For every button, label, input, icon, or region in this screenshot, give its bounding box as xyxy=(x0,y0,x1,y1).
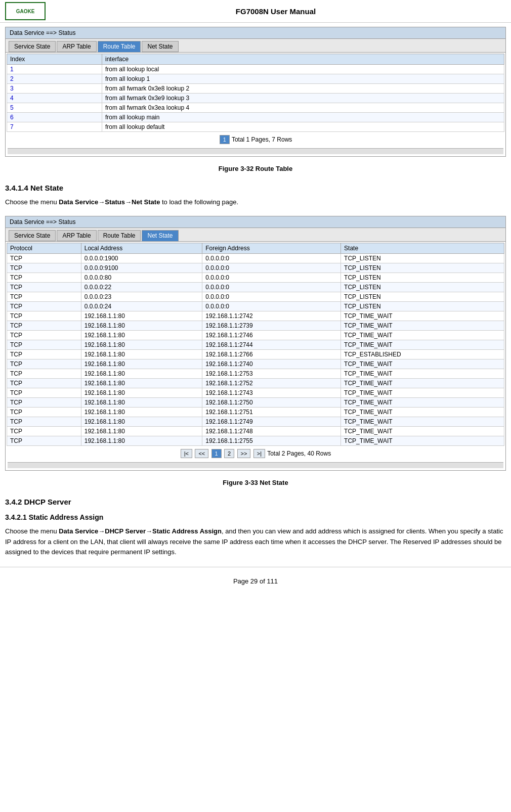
page-num-2[interactable]: 2 xyxy=(224,449,234,458)
section2-subheading: 3.4.2.1 Static Address Assign xyxy=(0,509,511,524)
row-foreign: 192.168.1.1:2751 xyxy=(202,407,341,417)
table-row: TCP0.0.0.0:230.0.0.0:0TCP_LISTEN xyxy=(7,292,504,301)
col-protocol: Protocol xyxy=(7,243,81,253)
panel2-content: Protocol Local Address Foreign Address S… xyxy=(6,242,505,470)
table-row: TCP192.168.1.1:80192.168.1.1:2744TCP_TIM… xyxy=(7,340,504,349)
page-next[interactable]: >> xyxy=(237,449,251,458)
row-local: 192.168.1.1:80 xyxy=(81,369,202,378)
row-protocol: TCP xyxy=(7,388,81,397)
row-foreign: 192.168.1.1:2750 xyxy=(202,397,341,407)
table-row: TCP192.168.1.1:80192.168.1.1:2748TCP_TIM… xyxy=(7,426,504,436)
table-row: TCP192.168.1.1:80192.168.1.1:2743TCP_TIM… xyxy=(7,388,504,397)
row-foreign: 192.168.1.1:2752 xyxy=(202,378,341,388)
tab-arp-table-2[interactable]: ARP Table xyxy=(57,230,96,241)
row-protocol: TCP xyxy=(7,426,81,436)
row-protocol: TCP xyxy=(7,407,81,417)
page-num-current[interactable]: 1 xyxy=(211,449,222,458)
row-local: 192.168.1.1:80 xyxy=(81,407,202,417)
page-first[interactable]: |< xyxy=(181,449,192,458)
row-local: 192.168.1.1:80 xyxy=(81,321,202,330)
tab-net-state-2[interactable]: Net State xyxy=(142,230,178,241)
page-prev[interactable]: << xyxy=(195,449,208,458)
table-row: TCP192.168.1.1:80192.168.1.1:2750TCP_TIM… xyxy=(7,397,504,407)
row-state: TCP_TIME_WAIT xyxy=(341,321,504,330)
panel-route-table: Data Service ==> Status Service State AR… xyxy=(5,27,506,157)
row-protocol: TCP xyxy=(7,330,81,340)
row-index-link[interactable]: 2 xyxy=(10,75,14,82)
table-row: TCP192.168.1.1:80192.168.1.1:2751TCP_TIM… xyxy=(7,407,504,417)
table-row: 1from all lookup local xyxy=(7,65,504,74)
tab-route-table-2[interactable]: Route Table xyxy=(98,230,141,241)
row-index: 1 xyxy=(7,65,102,74)
row-state: TCP_TIME_WAIT xyxy=(341,436,504,445)
row-protocol: TCP xyxy=(7,397,81,407)
row-foreign: 0.0.0.0:0 xyxy=(202,282,341,292)
col-interface: interface xyxy=(102,54,504,65)
row-state: TCP_TIME_WAIT xyxy=(341,330,504,340)
row-local: 0.0.0.0:22 xyxy=(81,282,202,292)
row-local: 192.168.1.1:80 xyxy=(81,426,202,436)
row-index-link[interactable]: 5 xyxy=(10,104,14,111)
row-local: 192.168.1.1:80 xyxy=(81,340,202,349)
panel1-pagination: 1 Total 1 Pages, 7 Rows xyxy=(7,132,504,147)
table-row: TCP192.168.1.1:80192.168.1.1:2749TCP_TIM… xyxy=(7,417,504,426)
table-row: 3from all fwmark 0x3e8 lookup 2 xyxy=(7,84,504,94)
row-index-link[interactable]: 4 xyxy=(10,95,14,102)
table-row: 7from all lookup default xyxy=(7,122,504,132)
row-protocol: TCP xyxy=(7,369,81,378)
row-local: 192.168.1.1:80 xyxy=(81,349,202,359)
row-protocol: TCP xyxy=(7,321,81,330)
row-state: TCP_LISTEN xyxy=(341,273,504,282)
row-local: 0.0.0.0:24 xyxy=(81,301,202,311)
row-index-link[interactable]: 1 xyxy=(10,66,14,73)
table-row: 5from all fwmark 0x3ea lookup 4 xyxy=(7,103,504,113)
row-protocol: TCP xyxy=(7,292,81,301)
row-index: 4 xyxy=(7,94,102,103)
table-row: TCP0.0.0.0:91000.0.0.0:0TCP_LISTEN xyxy=(7,263,504,273)
tab-arp-table-1[interactable]: ARP Table xyxy=(57,41,96,52)
row-protocol: TCP xyxy=(7,417,81,426)
row-interface: from all lookup local xyxy=(102,65,504,74)
row-foreign: 192.168.1.1:2740 xyxy=(202,359,341,369)
scrollbar-1[interactable] xyxy=(8,148,503,154)
table-row: 6from all lookup main xyxy=(7,113,504,122)
figure2-caption: Figure 3-33 Net State xyxy=(0,475,511,492)
tab-route-table-1[interactable]: Route Table xyxy=(98,41,141,52)
row-interface: from all lookup main xyxy=(102,113,504,122)
row-state: TCP_LISTEN xyxy=(341,292,504,301)
scrollbar-2[interactable] xyxy=(8,462,503,468)
row-foreign: 192.168.1.1:2748 xyxy=(202,426,341,436)
row-state: TCP_TIME_WAIT xyxy=(341,417,504,426)
col-state: State xyxy=(341,243,504,253)
row-protocol: TCP xyxy=(7,349,81,359)
row-index-link[interactable]: 6 xyxy=(10,114,14,121)
row-protocol: TCP xyxy=(7,282,81,292)
net-state-table: Protocol Local Address Foreign Address S… xyxy=(7,243,504,446)
table-row: TCP192.168.1.1:80192.168.1.1:2766TCP_EST… xyxy=(7,349,504,359)
row-protocol: TCP xyxy=(7,359,81,369)
col-index: Index xyxy=(7,54,102,65)
tab-service-state-2[interactable]: Service State xyxy=(9,230,56,241)
table-row: TCP0.0.0.0:240.0.0.0:0TCP_LISTEN xyxy=(7,301,504,311)
row-index: 3 xyxy=(7,84,102,94)
table-row: TCP192.168.1.1:80192.168.1.1:2740TCP_TIM… xyxy=(7,359,504,369)
page-num-1[interactable]: 1 xyxy=(220,135,230,144)
section2-heading: 3.4.2 DHCP Server xyxy=(0,492,511,509)
row-interface: from all fwmark 0x3e8 lookup 2 xyxy=(102,84,504,94)
row-state: TCP_TIME_WAIT xyxy=(341,378,504,388)
row-foreign: 0.0.0.0:0 xyxy=(202,301,341,311)
row-index: 2 xyxy=(7,74,102,84)
page-footer: Page 29 of 111 xyxy=(0,567,511,589)
page-last[interactable]: >| xyxy=(253,449,265,458)
row-index-link[interactable]: 3 xyxy=(10,85,14,92)
row-foreign: 192.168.1.1:2749 xyxy=(202,417,341,426)
row-state: TCP_ESTABLISHED xyxy=(341,349,504,359)
row-local: 0.0.0.0:1900 xyxy=(81,253,202,263)
col-local-address: Local Address xyxy=(81,243,202,253)
row-state: TCP_TIME_WAIT xyxy=(341,369,504,378)
row-index-link[interactable]: 7 xyxy=(10,123,14,130)
tab-service-state-1[interactable]: Service State xyxy=(9,41,56,52)
tab-net-state-1[interactable]: Net State xyxy=(142,41,178,52)
table-row: TCP192.168.1.1:80192.168.1.1:2752TCP_TIM… xyxy=(7,378,504,388)
row-index: 7 xyxy=(7,122,102,132)
